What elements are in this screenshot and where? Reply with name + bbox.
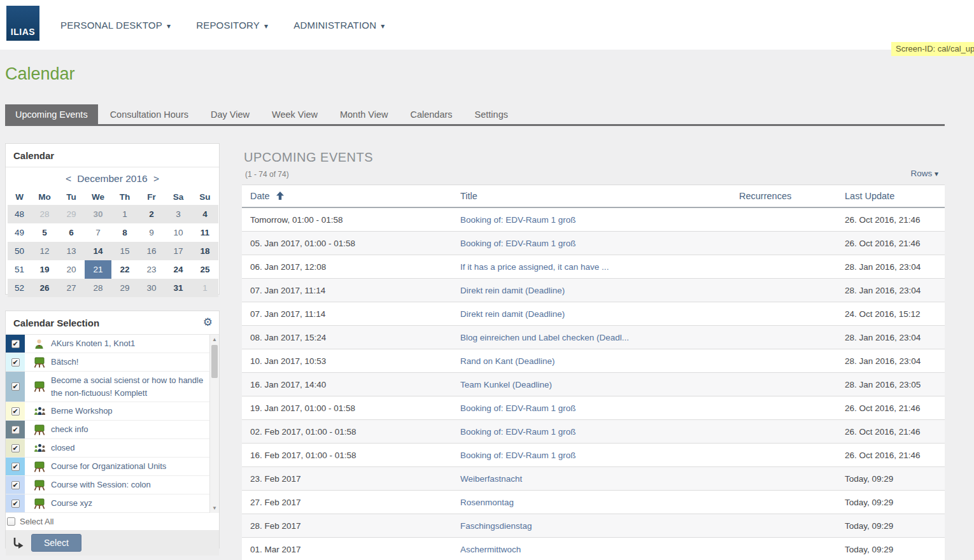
calendar-checkbox[interactable]: ✔ xyxy=(11,358,20,367)
event-title-link[interactable]: Faschingsdienstag xyxy=(460,521,532,531)
day-cell[interactable]: 7 xyxy=(85,223,111,242)
day-cell[interactable]: 30 xyxy=(138,279,165,297)
day-cell[interactable]: 3 xyxy=(165,205,192,223)
day-cell[interactable]: 12 xyxy=(31,242,58,260)
event-title-link[interactable]: Booking of: EDV-Raum 1 groß xyxy=(460,451,576,460)
event-title-link[interactable]: Weiberfastnacht xyxy=(460,474,522,484)
calendar-selection-item[interactable]: ✔closed xyxy=(6,439,219,458)
day-cell[interactable]: 23 xyxy=(138,260,165,279)
day-cell[interactable]: 10 xyxy=(165,223,192,242)
day-cell[interactable]: 31 xyxy=(165,279,192,297)
day-cell[interactable]: 14 xyxy=(85,242,111,260)
day-cell[interactable]: 26 xyxy=(31,279,58,297)
calendar-selection-item[interactable]: ✔Course xyz xyxy=(6,494,219,513)
select-all-checkbox[interactable] xyxy=(7,517,15,526)
day-cell[interactable]: 19 xyxy=(31,260,58,279)
day-cell[interactable]: 29 xyxy=(111,279,138,297)
column-header-date[interactable]: Date xyxy=(242,185,452,208)
event-title-link[interactable]: Direkt rein damit (Deadline) xyxy=(460,309,565,319)
event-title-link[interactable]: Rosenmontag xyxy=(460,498,514,507)
day-cell[interactable]: 24 xyxy=(165,260,192,279)
day-cell[interactable]: 18 xyxy=(192,242,218,260)
event-title-link[interactable]: Booking of: EDV-Raum 1 groß xyxy=(460,239,576,248)
calendar-item-label[interactable]: Bätsch! xyxy=(51,353,78,371)
column-header-recurrences[interactable]: Recurrences xyxy=(731,185,836,208)
ilias-logo[interactable]: ILIAS xyxy=(6,6,39,41)
week-number[interactable]: 48 xyxy=(8,205,31,223)
tab-consultation-hours[interactable]: Consultation Hours xyxy=(100,104,199,124)
calendar-checkbox[interactable]: ✔ xyxy=(11,340,20,348)
nav-personal-desktop[interactable]: PERSONAL DESKTOP xyxy=(60,20,171,31)
calendar-checkbox[interactable]: ✔ xyxy=(11,407,20,416)
calendar-checkbox[interactable]: ✔ xyxy=(11,444,20,452)
day-cell[interactable]: 30 xyxy=(85,205,111,223)
prev-month-button[interactable]: < xyxy=(66,173,71,184)
month-label[interactable]: December 2016 xyxy=(77,173,147,184)
week-number[interactable]: 50 xyxy=(8,242,31,260)
day-cell[interactable]: 25 xyxy=(192,260,218,279)
event-title-link[interactable]: Direkt rein damit (Deadline) xyxy=(460,286,565,295)
calendar-item-label[interactable]: Course with Session: colon xyxy=(51,476,151,494)
calendar-checkbox[interactable]: ✔ xyxy=(11,426,20,434)
day-cell[interactable]: 6 xyxy=(58,223,85,242)
calendar-selection-item[interactable]: ✔check info xyxy=(6,421,219,439)
column-header-title[interactable]: Title xyxy=(452,185,731,208)
day-cell[interactable]: 8 xyxy=(111,223,138,242)
day-cell[interactable]: 2 xyxy=(138,205,165,223)
scroll-up-icon[interactable]: ▲ xyxy=(210,337,219,342)
event-title-link[interactable]: If it has a price assigned, it can have … xyxy=(460,262,609,272)
scrollbar-thumb[interactable] xyxy=(211,345,218,378)
calendar-selection-item[interactable]: ✔Course for Organizational Units xyxy=(6,458,219,476)
calendar-selection-item[interactable]: ✔Course with Session: colon xyxy=(6,476,219,494)
calendar-selection-item[interactable]: ✔AKurs Knoten 1, Knot1 xyxy=(6,335,219,353)
event-title-link[interactable]: Aschermittwoch xyxy=(460,545,521,554)
day-cell[interactable]: 4 xyxy=(192,205,218,223)
day-cell[interactable]: 5 xyxy=(31,223,58,242)
day-cell[interactable]: 9 xyxy=(138,223,165,242)
scroll-down-icon[interactable]: ▼ xyxy=(210,505,219,511)
day-cell[interactable]: 27 xyxy=(58,279,85,297)
calendar-item-label[interactable]: check info xyxy=(51,421,88,438)
rows-dropdown[interactable]: Rows xyxy=(910,169,938,178)
day-cell[interactable]: 28 xyxy=(85,279,111,297)
event-title-link[interactable]: Blog einreichen und Label checken (Deadl… xyxy=(460,333,629,342)
gear-icon[interactable]: ⚙ xyxy=(203,316,213,328)
event-title-link[interactable]: Booking of: EDV-Raum 1 groß xyxy=(460,427,576,437)
day-cell[interactable]: 15 xyxy=(111,242,138,260)
calendar-item-label[interactable]: Course for Organizational Units xyxy=(51,458,166,475)
next-month-button[interactable]: > xyxy=(153,173,159,184)
calendar-item-label[interactable]: closed xyxy=(51,439,75,457)
day-cell[interactable]: 20 xyxy=(58,260,85,279)
calendar-checkbox[interactable]: ✔ xyxy=(11,382,20,391)
calendar-item-label[interactable]: Become a social scienst or how to handle… xyxy=(51,372,208,402)
event-title-link[interactable]: Team Kunkel (Deadline) xyxy=(460,380,552,389)
day-cell[interactable]: 11 xyxy=(192,223,218,242)
event-title-link[interactable]: Booking of: EDV-Raum 1 groß xyxy=(460,403,576,413)
event-title-link[interactable]: Booking of: EDV-Raum 1 groß xyxy=(460,215,576,225)
day-cell[interactable]: 28 xyxy=(31,205,58,223)
calendar-item-label[interactable]: AKurs Knoten 1, Knot1 xyxy=(51,335,135,353)
event-title-link[interactable]: Rand on Kant (Deadline) xyxy=(460,356,555,366)
scrollbar[interactable]: ▲ ▼ xyxy=(209,335,219,513)
select-button[interactable]: Select xyxy=(31,534,81,552)
tab-upcoming-events[interactable]: Upcoming Events xyxy=(5,104,98,124)
selected-day-cell[interactable]: 21 xyxy=(85,260,111,279)
day-cell[interactable]: 1 xyxy=(111,205,138,223)
week-number[interactable]: 49 xyxy=(8,223,31,242)
calendar-selection-item[interactable]: ✔Berne Workshop xyxy=(6,402,219,421)
week-number[interactable]: 51 xyxy=(8,260,31,279)
calendar-checkbox[interactable]: ✔ xyxy=(11,481,20,489)
calendar-item-label[interactable]: Course xyz xyxy=(51,494,92,512)
calendar-item-label[interactable]: Berne Workshop xyxy=(51,402,113,420)
day-cell[interactable]: 13 xyxy=(58,242,85,260)
calendar-selection-item[interactable]: ✔Bätsch! xyxy=(6,353,219,372)
day-cell[interactable]: 17 xyxy=(165,242,192,260)
column-header-last-update[interactable]: Last Update xyxy=(836,185,945,208)
day-cell[interactable]: 1 xyxy=(192,279,218,297)
calendar-checkbox[interactable]: ✔ xyxy=(11,463,20,471)
day-cell[interactable]: 29 xyxy=(58,205,85,223)
calendar-checkbox[interactable]: ✔ xyxy=(11,500,20,508)
day-cell[interactable]: 22 xyxy=(111,260,138,279)
day-cell[interactable]: 16 xyxy=(138,242,165,260)
week-number[interactable]: 52 xyxy=(8,279,31,297)
